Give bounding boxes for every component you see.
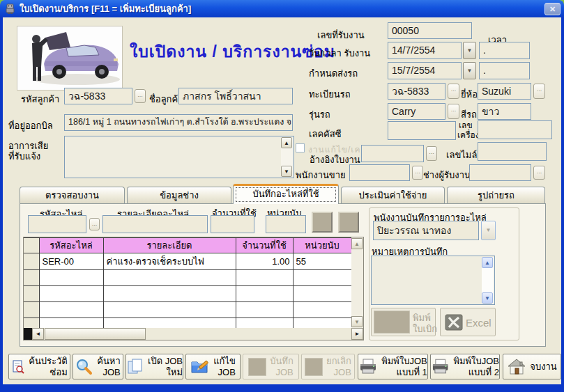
cell-qty[interactable]: 1.00	[236, 253, 293, 270]
bill-address-field[interactable]: 186/1 หมู่ 1 ถนนทางรถไฟเก่าๆ ต.สำโรงใต้ …	[64, 114, 293, 131]
model-field[interactable]: Carry	[388, 103, 445, 120]
print-pick-slip-button[interactable]: พิมพ์ ใบเบิก	[371, 308, 436, 336]
model-browse-button[interactable]: ...	[448, 104, 459, 119]
tab-cost-estimate[interactable]: ประเมินค่าใช้จ่าย	[341, 187, 445, 203]
close-icon[interactable]: ✕	[544, 3, 561, 15]
tab-inspect[interactable]: ตรวจสอบงาน	[20, 187, 125, 203]
brand-field[interactable]: Suzuki	[478, 83, 531, 100]
plate-browse-button[interactable]: ...	[448, 84, 459, 99]
recorder-dropdown-icon[interactable]: ▼	[481, 221, 496, 240]
customer-code-field[interactable]: วฉ-5833	[64, 88, 132, 104]
note-scrollbar[interactable]: ▲ ▼	[482, 257, 494, 304]
model-label: รุ่นรถ	[309, 107, 330, 122]
add-part-button[interactable]	[312, 212, 333, 233]
recorder-combobox[interactable]: ปิยะวรรณ นาทอง	[373, 221, 479, 240]
brand-browse-button[interactable]: ...	[533, 84, 545, 99]
finish-button[interactable]: จบงาน	[503, 354, 561, 379]
print-job-1-button[interactable]: พิมพ์ใบJOBแบบที่ 1	[358, 354, 428, 379]
edit-job-button[interactable]: แก้ไขJOB	[185, 354, 241, 379]
titlebar: ใบเปิดงาน/บริการ [F11 = เพิ่มทะเบียนลูกค…	[0, 0, 564, 17]
table-row-empty[interactable]	[24, 302, 351, 318]
car-photo-illustration	[17, 26, 122, 90]
cancel-job-icon	[305, 358, 323, 376]
table-vertical-scrollbar[interactable]: ▲ ▼	[351, 237, 363, 328]
table-scroll-right-icon[interactable]: ►	[351, 328, 363, 340]
ref-job-field[interactable]	[361, 145, 424, 162]
salesman-field[interactable]	[349, 164, 410, 181]
due-date-dropdown-icon[interactable]: ▼	[463, 62, 476, 79]
note-textarea[interactable]: ▲ ▼	[371, 256, 495, 305]
mileage-label: เลขไมล์	[446, 148, 477, 162]
printer-icon	[358, 358, 378, 376]
symptom-textarea[interactable]: ▲ ▼	[64, 136, 294, 178]
plate-field[interactable]: วฉ-5833	[388, 83, 445, 100]
customer-browse-button[interactable]: ...	[135, 89, 146, 103]
cell-code[interactable]: SER-00	[39, 253, 103, 270]
search-history-button[interactable]: ค้นประวัติซ่อม	[8, 354, 70, 379]
excel-export-button[interactable]: Excel	[440, 308, 496, 336]
cancel-job-button[interactable]: ยกเลิกJOB	[301, 354, 355, 379]
brand-label: ยี่ห้อ	[461, 87, 478, 102]
cell-desc[interactable]: ค่าแรง-ตรวจเช็คระบบไฟ	[103, 253, 236, 270]
receipt-no-field[interactable]: 00050	[388, 22, 472, 39]
col-header-code: รหัสอะไหล่	[39, 238, 103, 253]
table-scroll-left-icon[interactable]: ◄	[32, 328, 44, 340]
table-row-empty[interactable]	[24, 318, 351, 329]
save-job-icon	[248, 358, 266, 376]
row-selector[interactable]	[24, 253, 39, 270]
col-header-desc: รายละเอียด	[103, 238, 236, 253]
mechanic-browse-button[interactable]: ...	[533, 166, 545, 180]
receive-date-dropdown-icon[interactable]: ▼	[463, 42, 476, 59]
printer-icon	[431, 358, 450, 376]
search-job-button[interactable]: ค้นหาJOB	[73, 354, 123, 379]
customer-name-field[interactable]: ภาสกร โพธิ์วาสนา	[178, 88, 293, 104]
table-scroll-thumb[interactable]	[45, 328, 146, 340]
ref-job-browse-button[interactable]: ...	[426, 146, 437, 161]
receive-date-field[interactable]: 14/7/2554	[388, 42, 462, 59]
due-date-field[interactable]: 15/7/2554	[388, 62, 462, 79]
cell-unit[interactable]: 55	[293, 253, 351, 270]
part-code-browse-button[interactable]: ...	[89, 218, 100, 230]
col-header-qty: จำนวนที่ใช้	[236, 238, 293, 253]
tab-parts-used[interactable]: บันทึกอะไหล่ที่ใช้	[233, 184, 339, 204]
receive-time-field[interactable]: .	[479, 42, 530, 59]
customer-code-label: รหัสลูกค้า	[21, 92, 59, 107]
part-unit-input[interactable]	[266, 215, 306, 233]
mechanic-field[interactable]	[469, 164, 531, 181]
chassis-field[interactable]	[388, 121, 456, 140]
color-field[interactable]: ขาว	[478, 103, 531, 120]
save-job-button[interactable]: บันทึกJOB	[243, 354, 299, 379]
note-scroll-down-icon[interactable]: ▼	[482, 292, 493, 304]
tab-car-photos[interactable]: รูปถ่ายรถ	[447, 187, 545, 203]
mileage-field[interactable]	[478, 142, 547, 161]
scroll-up-icon[interactable]: ▲	[281, 137, 292, 148]
scroll-down-icon[interactable]: ▼	[281, 166, 292, 177]
page-title: ใบเปิดงาน / บริการงานซ่อม	[130, 39, 335, 64]
print-job-2-button[interactable]: พิมพ์ใบJOBแบบที่ 2	[430, 354, 500, 379]
part-code-input[interactable]	[28, 215, 86, 233]
table-horizontal-scrollbar[interactable]: ◄ ►	[24, 328, 363, 340]
note-scroll-up-icon[interactable]: ▲	[482, 257, 493, 268]
salesman-browse-button[interactable]: ...	[412, 166, 423, 180]
window-border-right	[561, 17, 564, 392]
part-qty-input[interactable]	[211, 215, 254, 233]
part-desc-input[interactable]	[102, 215, 208, 233]
delete-part-button[interactable]	[338, 212, 359, 233]
tab-mechanic-info[interactable]: ข้อมูลช่าง	[127, 187, 231, 203]
row-selector-header	[24, 238, 39, 253]
due-time-field[interactable]: .	[479, 62, 530, 79]
engine-field[interactable]	[478, 120, 552, 139]
table-row-empty[interactable]	[24, 286, 351, 302]
table-scroll-up-icon[interactable]: ▲	[351, 238, 363, 249]
window-border-left	[0, 17, 3, 392]
parts-table-grid[interactable]: รหัสอะไหล่ รายละเอียด จำนวนที่ใช้ หน่วยน…	[24, 237, 351, 328]
table-row[interactable]: SER-00 ค่าแรง-ตรวจเช็คระบบไฟ 1.00 55	[24, 253, 351, 270]
window-title: ใบเปิดงาน/บริการ [F11 = เพิ่มทะเบียนลูกค…	[20, 0, 191, 17]
mechanic-label: ช่างผู้รับงาน	[423, 168, 471, 182]
reference-checkbox[interactable]	[296, 143, 305, 152]
symptom-scrollbar[interactable]: ▲ ▼	[281, 137, 293, 177]
table-row-empty[interactable]	[24, 270, 351, 286]
table-scroll-down-icon[interactable]: ▼	[351, 316, 363, 327]
chassis-label: เลคคัสซี	[309, 127, 342, 141]
new-job-button[interactable]: เปิด JOBใหม่	[125, 354, 183, 379]
